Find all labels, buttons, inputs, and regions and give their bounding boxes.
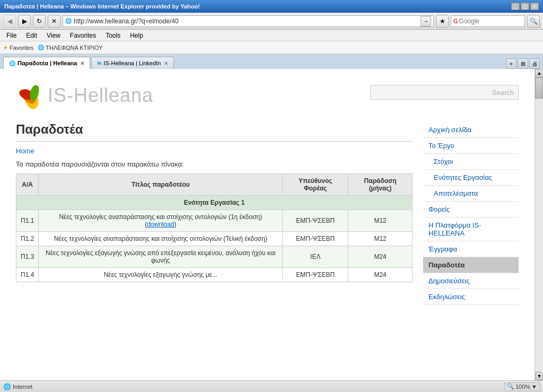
cell-month: Μ24 bbox=[348, 268, 413, 282]
quick-tabs-button[interactable]: ⊞ bbox=[518, 58, 528, 69]
scrollbar[interactable]: ▲ ▼ bbox=[535, 69, 543, 380]
cell-id: Π1.2 bbox=[16, 232, 39, 246]
scroll-down-button[interactable]: ▼ bbox=[535, 372, 543, 380]
status-right: 🔍 100% ▼ bbox=[504, 382, 540, 391]
window-controls[interactable]: _ ◻ ✕ bbox=[511, 3, 539, 10]
sidebar-link-eggrapha[interactable]: Έγγραφα bbox=[423, 241, 519, 257]
sidebar-item-apotel[interactable]: Αποτελέσματα bbox=[423, 186, 519, 202]
internet-icon: 🌐 bbox=[3, 383, 11, 390]
browser-search-box: G bbox=[451, 15, 525, 27]
sidebar-item-ergo[interactable]: Το Έργο bbox=[423, 138, 519, 154]
menu-edit[interactable]: Edit bbox=[22, 31, 41, 40]
page-title: Παραδοτέα bbox=[16, 122, 413, 142]
cell-title: Νέες τεχνολογίες αναπαράστασης και στοίχ… bbox=[39, 210, 283, 232]
sidebar-item-foreis[interactable]: Φορείς bbox=[423, 202, 519, 217]
sidebar-nav: Αρχική σελίδα Το Έργο Στόχοι Ενότητες Ερ… bbox=[423, 122, 519, 305]
zoom-icon: 🔍 bbox=[507, 383, 514, 390]
back-button[interactable]: ◀ bbox=[3, 15, 16, 28]
address-bar: 🌐 → bbox=[63, 15, 434, 27]
sidebar-item-enotites[interactable]: Ενότητες Εργασίας bbox=[423, 170, 519, 186]
cell-title: Νέες τεχνολογίες εξαγωγής γνώσης από επε… bbox=[39, 246, 283, 268]
tabs-bar: 🌐 Παραδοτέα | Helleana ✕ in IS-Helleana … bbox=[0, 54, 543, 69]
scroll-up-button[interactable]: ▲ bbox=[535, 69, 543, 77]
sidebar-link-foreis[interactable]: Φορείς bbox=[423, 202, 519, 217]
sidebar-link-ergo[interactable]: Το Έργο bbox=[423, 138, 519, 153]
col-org: Υπεύθυνος Φορέας bbox=[283, 174, 348, 196]
search-placeholder-text: Search bbox=[492, 89, 514, 97]
browser-search-input[interactable] bbox=[459, 18, 518, 25]
menu-help[interactable]: Help bbox=[126, 31, 147, 40]
section-label-1: Ενότητα Εργασίας 1 bbox=[16, 196, 413, 210]
tab-0-close[interactable]: ✕ bbox=[80, 60, 84, 66]
sidebar-link-home[interactable]: Αρχική σελίδα bbox=[423, 122, 519, 137]
address-input[interactable] bbox=[74, 18, 418, 25]
sidebar-link-dimosieuseis[interactable]: Δημοσιεύσεις bbox=[423, 273, 519, 289]
content-area: Παραδοτέα Home Τα παραδοτέα παρουσιάζοντ… bbox=[16, 122, 519, 305]
menu-tools[interactable]: Tools bbox=[101, 31, 125, 40]
new-tab-button[interactable]: + bbox=[506, 58, 516, 69]
header-search-box[interactable]: Search bbox=[370, 85, 519, 100]
star-icon: ★ bbox=[3, 45, 8, 50]
cell-id: Π1.1 bbox=[16, 210, 39, 232]
sidebar-item-eggrapha[interactable]: Έγγραφα bbox=[423, 241, 519, 257]
logo-text: IS-Helleana bbox=[48, 84, 153, 107]
cell-org: ΕΜΠ-ΨΣΕΒΠ bbox=[283, 268, 348, 282]
sidebar-item-dimosieuseis[interactable]: Δημοσιεύσεις bbox=[423, 273, 519, 289]
sidebar-item-ekdilwseis[interactable]: Εκδηλώσεις bbox=[423, 289, 519, 305]
menu-favorites[interactable]: Favorites bbox=[66, 31, 100, 40]
stop-button[interactable]: ✕ bbox=[48, 15, 60, 28]
menu-file[interactable]: File bbox=[2, 31, 21, 40]
table-row: Π1.1 Νέες τεχνολογίες αναπαράστασης και … bbox=[16, 210, 413, 232]
tab-0-label: Παραδοτέα | Helleana bbox=[17, 60, 77, 66]
cell-org: ΕΜΠ-ΨΣΕΒΠ bbox=[283, 232, 348, 246]
window-title: Παραδοτέα | Helleana – Windows Internet … bbox=[4, 3, 200, 10]
fav-telephones-icon: 🌐 bbox=[38, 45, 44, 50]
search-toolbar: G 🔍 bbox=[451, 15, 540, 28]
browser-toolbar: ◀ ▶ ↻ ✕ 🌐 → ★ G 🔍 bbox=[0, 13, 543, 30]
breadcrumb-home[interactable]: Home bbox=[16, 147, 34, 155]
download-link-0[interactable]: download bbox=[147, 221, 174, 228]
page-wrapper: IS-Helleana Search Παραδοτέα Home Τα παρ… bbox=[0, 69, 543, 380]
menu-view[interactable]: View bbox=[42, 31, 65, 40]
print-button[interactable]: 🖨 bbox=[529, 58, 540, 69]
sidebar-item-paradotea[interactable]: Παραδοτέα bbox=[423, 257, 519, 273]
refresh-button[interactable]: ↻ bbox=[33, 15, 46, 28]
menu-bar: File Edit View Favorites Tools Help bbox=[0, 30, 543, 41]
cell-org: ΕΜΠ-ΨΣΕΒΠ bbox=[283, 210, 348, 232]
section-header-1: Ενότητα Εργασίας 1 bbox=[16, 196, 413, 210]
tab-1-close[interactable]: ✕ bbox=[164, 60, 168, 66]
sidebar-link-enotites[interactable]: Ενότητες Εργασίας bbox=[423, 170, 519, 185]
sidebar-item-stochoi[interactable]: Στόχοι bbox=[423, 154, 519, 170]
status-left: 🌐 Internet bbox=[3, 383, 32, 390]
go-button[interactable]: → bbox=[421, 16, 431, 27]
table-row: Π1.4 Νέες τεχνολογίες εξαγωγής γνώσης με… bbox=[16, 268, 413, 282]
col-title: Τίτλος παραδοτέου bbox=[39, 174, 283, 196]
cell-title: Νέες τεχνολογίες εξαγωγής γνώσης με... bbox=[39, 268, 283, 282]
zoom-level: 100% bbox=[515, 384, 530, 390]
cell-id: Π1.3 bbox=[16, 246, 39, 268]
sidebar-item-home[interactable]: Αρχική σελίδα bbox=[423, 122, 519, 138]
scroll-thumb[interactable] bbox=[535, 77, 543, 99]
right-sidebar: Αρχική σελίδα Το Έργο Στόχοι Ενότητες Ερ… bbox=[423, 122, 519, 305]
google-icon: G bbox=[453, 18, 458, 24]
forward-button[interactable]: ▶ bbox=[18, 15, 31, 28]
sidebar-link-apotel[interactable]: Αποτελέσματα bbox=[423, 186, 519, 201]
search-go-button[interactable]: 🔍 bbox=[527, 15, 540, 28]
tab-1[interactable]: in IS-Helleana | LinkedIn ✕ bbox=[91, 57, 174, 69]
tab-0-icon: 🌐 bbox=[9, 60, 15, 66]
close-button[interactable]: ✕ bbox=[530, 3, 539, 10]
zoom-button[interactable]: 🔍 100% ▼ bbox=[504, 382, 540, 391]
fav-item-telephones[interactable]: 🌐 ΤΗΛΕΦΩΝΑ ΚΤΙΡΙΟΥ bbox=[38, 45, 102, 51]
minimize-button[interactable]: _ bbox=[511, 3, 520, 10]
scroll-track[interactable] bbox=[535, 77, 543, 372]
favorites-button[interactable]: ★ bbox=[436, 15, 449, 28]
sidebar-link-ekdilwseis[interactable]: Εκδηλώσεις bbox=[423, 289, 519, 304]
title-bar: Παραδοτέα | Helleana – Windows Internet … bbox=[0, 0, 543, 13]
sidebar-link-stochoi[interactable]: Στόχοι bbox=[423, 154, 519, 169]
sidebar-link-platforma[interactable]: Η Πλατφόρμα IS-HELLEANA bbox=[423, 217, 519, 241]
restore-button[interactable]: ◻ bbox=[521, 3, 529, 10]
sidebar-link-paradotea[interactable]: Παραδοτέα bbox=[423, 257, 519, 273]
col-id: Α/Α bbox=[16, 174, 39, 196]
sidebar-item-platforma[interactable]: Η Πλατφόρμα IS-HELLEANA bbox=[423, 217, 519, 241]
tab-0[interactable]: 🌐 Παραδοτέα | Helleana ✕ bbox=[3, 57, 90, 69]
